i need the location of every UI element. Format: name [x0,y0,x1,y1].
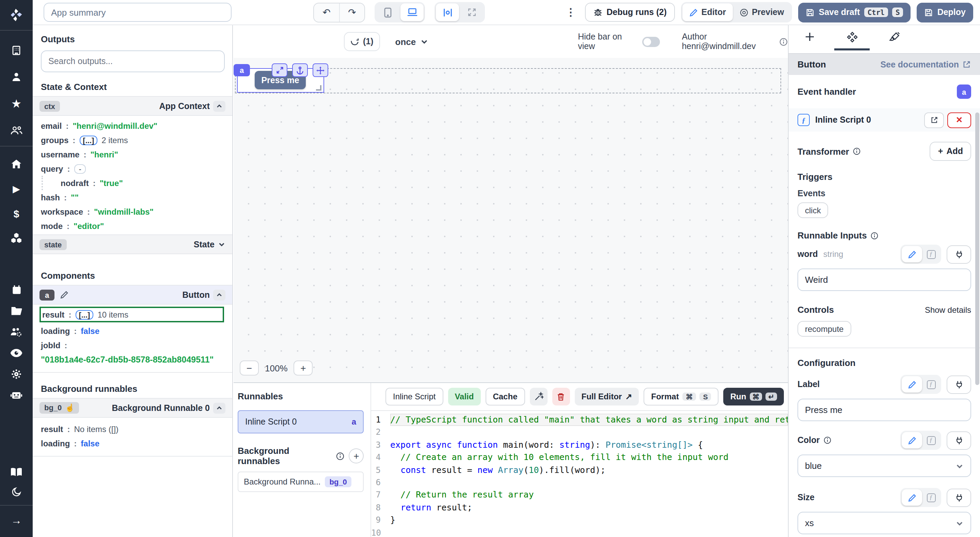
size-select[interactable]: xs [797,512,971,534]
run-button[interactable]: Run ⌘ ↵ [724,388,784,405]
chevron-up-icon[interactable] [213,100,226,112]
static-mode-pencil-icon[interactable] [902,376,922,392]
expand-object-badge[interactable]: - [74,164,86,174]
delete-script-button[interactable] [552,388,570,405]
editor-tab[interactable]: Editor [682,3,733,21]
app-canvas-grid[interactable]: Press me a − 100% + [234,58,788,382]
building-icon[interactable] [0,44,33,57]
ctx-section-row[interactable]: ctx App Context [33,96,232,116]
mobile-view-button[interactable] [376,3,399,21]
expression-mode-icon[interactable]: ƒ [922,489,940,506]
star-icon[interactable]: ★ [0,97,33,110]
info-icon[interactable] [853,147,861,155]
code-line[interactable]: 7 // Return the result array [371,489,788,502]
bg-runnable-row[interactable]: bg_0☝ Background Runnable 0 [33,398,232,418]
code-lines[interactable]: 1// TypeScript function called "main" th… [371,410,788,537]
add-bg-runnable-button[interactable]: + [349,448,364,464]
remove-script-button[interactable]: ✕ [947,112,971,128]
code-line[interactable]: 4 // Create an array with 10 elements, f… [371,451,788,464]
collapse-arrow-icon[interactable]: → [0,514,33,527]
connect-plug-icon[interactable] [947,245,971,263]
refresh-button[interactable]: (1) [344,32,380,51]
dollar-icon[interactable]: $ [0,207,33,220]
expand-component-icon[interactable] [272,64,287,77]
language-button[interactable]: Inline Script [385,388,443,405]
zoom-out-button[interactable]: − [240,360,259,376]
deploy-button[interactable]: Deploy [917,2,973,22]
chevron-down-icon[interactable] [218,241,226,248]
color-select[interactable]: blue [797,454,971,477]
move-icon[interactable] [313,64,328,77]
calendar-icon[interactable] [0,283,33,296]
user-group-icon[interactable] [0,123,33,137]
hide-bar-toggle[interactable] [642,37,660,47]
eye-icon[interactable] [0,346,33,360]
component-settings-tab[interactable] [831,31,873,50]
cubes-icon[interactable] [0,231,33,245]
runnable-item-inline-script-0[interactable]: Inline Script 0 a [238,410,364,433]
robot-icon[interactable] [0,389,33,402]
expand-array-badge[interactable]: [...] [80,135,97,145]
code-line[interactable]: 3export async function main(word: string… [371,439,788,451]
see-documentation-link[interactable]: See documentation [880,60,971,69]
code-line[interactable]: 8 return result; [371,501,788,514]
chevron-up-icon[interactable] [213,289,226,300]
component-id-badge[interactable]: a [234,64,250,76]
zoom-in-button[interactable]: + [294,360,313,376]
schedule-dropdown[interactable]: once [395,37,428,47]
more-menu-icon[interactable]: ⋮ [563,6,579,18]
windmill-logo-icon[interactable] [0,0,33,30]
user-icon[interactable] [0,70,33,84]
open-script-button[interactable] [924,112,944,128]
styling-tab[interactable] [873,31,915,50]
cache-button[interactable]: Cache [485,388,525,405]
rename-pencil-icon[interactable] [60,290,69,299]
expression-mode-icon[interactable]: ƒ [922,432,940,448]
preview-tab[interactable]: Preview [733,3,791,21]
moon-icon[interactable] [0,484,33,498]
connect-plug-icon[interactable] [947,431,971,449]
search-outputs-input[interactable] [41,51,225,72]
desktop-view-button[interactable] [401,3,423,21]
debug-runs-button[interactable]: Debug runs (2) [585,3,675,22]
code-line[interactable]: 2 [371,426,788,439]
info-icon[interactable] [779,37,788,46]
add-transformer-button[interactable]: +Add [930,142,971,161]
settings-gear-icon[interactable] [0,367,33,381]
state-section-row[interactable]: state State [33,234,232,254]
save-draft-button[interactable]: Save draft Ctrl S [798,2,910,22]
resize-handle-icon[interactable] [316,85,321,91]
insert-component-tab[interactable] [789,31,831,49]
connect-plug-icon[interactable] [947,375,971,394]
play-icon[interactable]: ▶ [0,182,33,196]
code-line[interactable]: 6 [371,476,788,489]
undo-button[interactable]: ↶ [314,3,339,21]
format-button[interactable]: Format ⌘ S [644,388,719,405]
recompute-pill[interactable]: recompute [797,321,851,337]
click-event-pill[interactable]: click [797,202,829,218]
static-mode-pencil-icon[interactable] [902,246,922,262]
user-cog-icon[interactable] [0,325,33,339]
app-summary-input[interactable] [44,3,232,22]
code-line[interactable]: 9} [371,514,788,526]
component-a-row[interactable]: a Button [33,285,232,304]
ai-wand-button[interactable] [530,388,547,405]
folder-icon[interactable] [0,304,33,317]
anchor-icon[interactable] [292,64,308,77]
chevron-up-icon[interactable] [213,402,226,413]
static-mode-pencil-icon[interactable] [902,432,922,448]
scrollbar-thumb[interactable] [975,112,979,385]
expand-array-badge[interactable]: [...] [75,310,93,319]
event-script-row[interactable]: ƒ Inline Script 0 ✕ [789,108,980,132]
bg-runnable-item[interactable]: Background Runna... bg_0 [238,472,364,492]
component-result-row[interactable]: result: [...] 10 items [40,307,224,322]
show-details-link[interactable]: Show details [925,305,971,314]
center-layout-button[interactable] [436,3,459,21]
book-icon[interactable] [0,465,33,479]
expression-mode-icon[interactable]: ƒ [922,246,940,262]
home-icon[interactable] [0,158,33,171]
connect-plug-icon[interactable] [947,488,971,507]
fullscreen-layout-button[interactable] [460,3,484,21]
info-icon[interactable] [870,231,878,239]
code-line[interactable]: 5 const result = new Array(10).fill(word… [371,464,788,476]
